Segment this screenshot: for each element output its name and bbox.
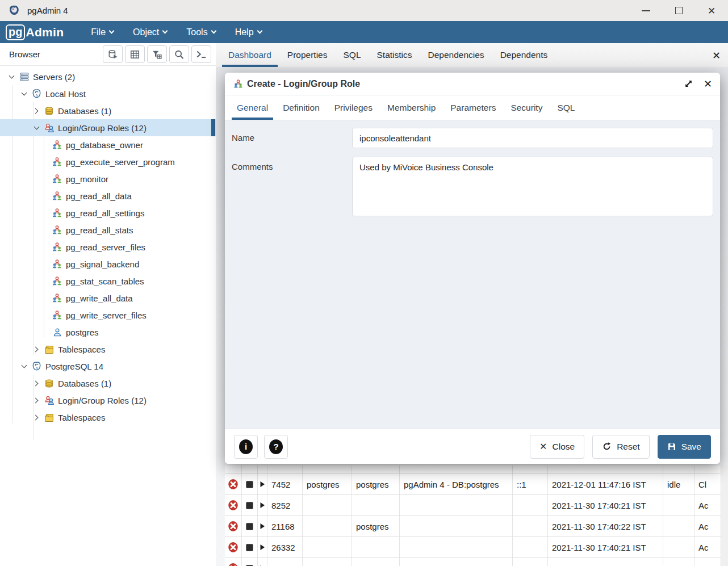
menu-tools[interactable]: Tools xyxy=(186,27,215,37)
expand-row-icon[interactable] xyxy=(258,495,267,515)
cancel-query-icon[interactable] xyxy=(242,495,258,515)
sql-info-button[interactable]: i xyxy=(234,435,258,459)
expander-right-icon[interactable] xyxy=(31,109,42,113)
menu-object[interactable]: Object xyxy=(133,27,167,37)
view-data-button[interactable] xyxy=(125,45,145,63)
dialog-tab-privileges[interactable]: Privileges xyxy=(327,95,380,120)
expand-row-icon[interactable] xyxy=(258,537,267,557)
cell-backendstart: 2021-11-30 17:40:21 IST xyxy=(548,558,663,566)
table-scrollbar[interactable] xyxy=(721,466,728,566)
expander-right-icon[interactable] xyxy=(31,381,42,385)
tree-item-pg-read-all-stats[interactable]: pg_read_all_stats xyxy=(0,221,216,238)
tree-item-pg-write-server-files[interactable]: pg_write_server_files xyxy=(0,307,216,324)
tree-item-label: Tablespaces xyxy=(58,413,105,422)
terminate-session-icon[interactable] xyxy=(225,474,242,494)
tab-dependencies[interactable]: Dependencies xyxy=(420,43,492,67)
activity-row: 7452postgrespostgrespgAdmin 4 - DB:postg… xyxy=(225,474,728,495)
tree-item-pg-read-all-settings[interactable]: pg_read_all_settings xyxy=(0,204,216,221)
expander-right-icon[interactable] xyxy=(31,416,42,420)
query-tool-icon xyxy=(107,49,118,60)
tree-item-label: Local Host xyxy=(45,89,86,99)
cancel-query-icon[interactable] xyxy=(242,516,258,536)
minimize-button[interactable] xyxy=(629,0,662,21)
tree-item-pg-execute-server-program[interactable]: pg_execute_server_program xyxy=(0,153,216,170)
tree-item-tablespaces[interactable]: Tablespaces xyxy=(0,341,216,358)
expander-down-icon[interactable] xyxy=(6,76,17,78)
expander-down-icon[interactable] xyxy=(18,93,30,95)
cell-backendstart: 2021-11-30 17:40:21 IST xyxy=(548,495,663,515)
tree-item-pg-read-server-files[interactable]: pg_read_server_files xyxy=(0,238,216,255)
expand-row-icon[interactable] xyxy=(258,516,267,536)
name-field[interactable] xyxy=(352,128,713,148)
dialog-header[interactable]: Create - Login/Group Role ✕ xyxy=(225,73,720,95)
tree-item-pg-monitor[interactable]: pg_monitor xyxy=(0,170,216,187)
object-tree: Servers (2)Local HostDatabases (1)Login/… xyxy=(0,66,216,426)
tree-item-pg-stat-scan-tables[interactable]: pg_stat_scan_tables xyxy=(0,272,216,290)
expander-right-icon[interactable] xyxy=(31,347,42,351)
tab-dependents[interactable]: Dependents xyxy=(492,43,556,67)
dialog-tab-definition[interactable]: Definition xyxy=(275,95,327,120)
close-button[interactable]: ✕ Close xyxy=(530,435,584,459)
tree-item-login-group-roles-12[interactable]: Login/Group Roles (12) xyxy=(0,392,216,409)
tree-item-login-group-roles-12[interactable]: Login/Group Roles (12) xyxy=(0,119,216,136)
tree-item-postgres[interactable]: postgres xyxy=(0,324,216,341)
dialog-tab-sql[interactable]: SQL xyxy=(550,95,582,120)
window-controls: ✕ xyxy=(629,0,728,21)
filtered-rows-button[interactable] xyxy=(147,45,167,63)
close-window-button[interactable]: ✕ xyxy=(695,0,728,21)
cell-pid xyxy=(267,466,303,473)
tree-item-pg-signal-backend[interactable]: pg_signal_backend xyxy=(0,255,216,272)
tree-item-servers-2[interactable]: Servers (2) xyxy=(0,68,216,85)
terminate-session-icon[interactable] xyxy=(225,516,242,536)
tree-item-tablespaces[interactable]: Tablespaces xyxy=(0,409,216,426)
expander-right-icon[interactable] xyxy=(31,399,42,403)
psql-tool-button[interactable] xyxy=(191,45,211,63)
cell-user xyxy=(352,466,400,473)
tree-item-postgresql-14[interactable]: PostgreSQL 14 xyxy=(0,358,216,375)
menu-file[interactable]: File xyxy=(91,27,114,37)
cell-application xyxy=(400,537,513,557)
tab-sql[interactable]: SQL xyxy=(335,43,369,67)
tree-item-pg-database-owner[interactable]: pg_database_owner xyxy=(0,136,216,153)
cell-pid: 26332 xyxy=(267,537,303,557)
tab-statistics[interactable]: Statistics xyxy=(369,43,420,67)
comments-field[interactable] xyxy=(352,157,713,216)
expand-row-icon[interactable] xyxy=(258,558,267,566)
tree-item-pg-read-all-data[interactable]: pg_read_all_data xyxy=(0,187,216,204)
roles-icon xyxy=(43,395,55,405)
tree-item-databases-1[interactable]: Databases (1) xyxy=(0,375,216,392)
search-objects-button[interactable] xyxy=(169,45,189,63)
query-tool-button[interactable] xyxy=(103,45,123,63)
database-icon xyxy=(43,106,55,116)
tab-properties[interactable]: Properties xyxy=(279,43,336,67)
terminate-session-icon[interactable] xyxy=(225,495,242,515)
expand-row-icon[interactable] xyxy=(258,474,267,494)
close-dialog-icon[interactable]: ✕ xyxy=(704,78,712,90)
expander-down-icon[interactable] xyxy=(18,365,30,367)
tree-item-local-host[interactable]: Local Host xyxy=(0,85,216,102)
save-button[interactable]: Save xyxy=(658,435,711,459)
cancel-query-icon[interactable] xyxy=(242,474,258,494)
tab-dashboard[interactable]: Dashboard xyxy=(220,43,279,67)
menu-help[interactable]: Help xyxy=(235,27,262,37)
expander-down-icon[interactable] xyxy=(31,127,42,129)
maximize-button[interactable] xyxy=(662,0,695,21)
browser-sidebar: Browser Servers (2)Local HostDatabases (… xyxy=(0,43,216,566)
cancel-query-icon[interactable] xyxy=(242,537,258,557)
dialog-tab-membership[interactable]: Membership xyxy=(380,95,443,120)
tree-item-databases-1[interactable]: Databases (1) xyxy=(0,102,216,119)
help-button[interactable]: ? xyxy=(264,435,288,459)
dialog-tab-parameters[interactable]: Parameters xyxy=(443,95,503,120)
tree-item-pg-write-all-data[interactable]: pg_write_all_data xyxy=(0,290,216,307)
close-panel-icon[interactable]: ✕ xyxy=(712,43,721,67)
terminate-session-icon[interactable] xyxy=(225,537,242,557)
terminate-session-icon[interactable] xyxy=(225,558,242,566)
dialog-tab-security[interactable]: Security xyxy=(503,95,550,120)
tree-item-label: pg_stat_scan_tables xyxy=(66,276,144,286)
minimize-icon xyxy=(642,10,650,11)
dialog-tab-general[interactable]: General xyxy=(229,95,275,120)
reset-button[interactable]: Reset xyxy=(592,435,650,459)
cancel-query-icon[interactable] xyxy=(242,558,258,566)
chevron-glyph xyxy=(21,363,27,368)
expand-dialog-icon[interactable] xyxy=(684,79,693,89)
